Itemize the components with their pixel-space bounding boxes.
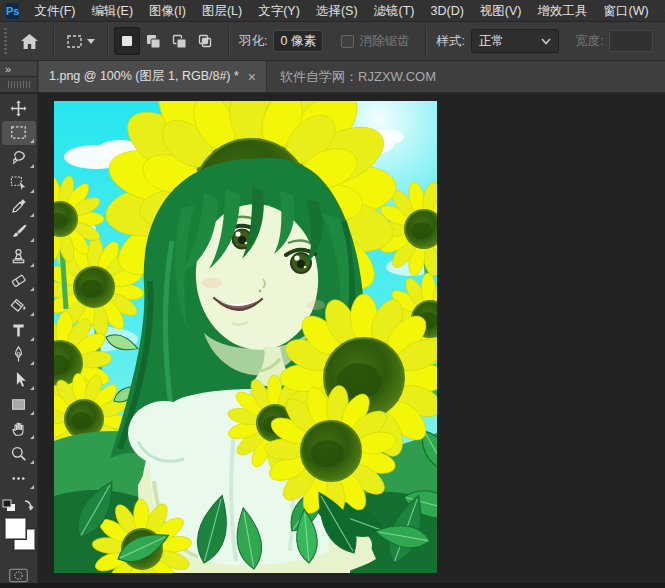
style-label: 样式: [436, 33, 464, 50]
add-to-selection-button[interactable] [140, 27, 166, 55]
type-tool[interactable] [2, 318, 36, 343]
menu-items: 文件(F)编辑(E)图像(I)图层(L)文字(Y)选择(S)滤镜(T)3D(D)… [26, 0, 665, 22]
menu-bar: Ps 文件(F)编辑(E)图像(I)图层(L)文字(Y)选择(S)滤镜(T)3D… [0, 0, 665, 22]
hand-tool[interactable] [2, 417, 36, 442]
panel-expand-button[interactable]: » [0, 61, 37, 77]
style-select[interactable]: 正常 [471, 29, 559, 53]
tool-preset-picker[interactable] [60, 26, 101, 56]
chevron-down-icon [87, 39, 95, 44]
pen-tool[interactable] [2, 343, 36, 368]
home-button[interactable] [12, 26, 47, 56]
tab-bar-caption: 软件自学网：RJZXW.COM [280, 61, 436, 92]
menu-item-window[interactable]: 窗口(W) [596, 0, 657, 22]
document-tab-title: 1.png @ 100% (图层 1, RGB/8#) * [49, 68, 239, 85]
feather-value: 0 像素 [280, 33, 315, 50]
double-chevron-icon: » [5, 63, 10, 75]
edit-toolbar[interactable] [2, 466, 36, 491]
menu-item-type[interactable]: 文字(Y) [250, 0, 308, 22]
antialias-checkbox[interactable] [341, 35, 354, 48]
canvas-document[interactable] [54, 101, 437, 573]
tools-panel [0, 94, 38, 588]
brush-tool[interactable] [2, 219, 36, 244]
options-bar-grip[interactable] [3, 28, 8, 54]
width-input [609, 30, 653, 52]
document-tab[interactable]: 1.png @ 100% (图层 1, RGB/8#) * × [39, 61, 267, 92]
puff-sleeve [128, 401, 200, 465]
width-label: 宽度: [575, 33, 603, 50]
menu-item-select[interactable]: 选择(S) [308, 0, 366, 22]
menu-item-plugins[interactable]: 增效工具 [530, 0, 596, 22]
main-area [0, 94, 665, 588]
lasso-tool[interactable] [2, 145, 36, 170]
move-tool[interactable] [2, 96, 36, 121]
menu-item-help[interactable]: 帮助(H) [657, 0, 665, 22]
canvas-artwork [54, 101, 437, 573]
home-icon [20, 33, 39, 50]
menu-item-layer[interactable]: 图层(L) [194, 0, 250, 22]
zoom-tool[interactable] [2, 441, 36, 466]
options-bar: 羽化: 0 像素 消除锯齿 样式: 正常 宽度: [0, 22, 665, 61]
intersect-selection-button[interactable] [192, 27, 218, 55]
default-colors-icon[interactable] [2, 499, 16, 512]
eraser-tool[interactable] [2, 269, 36, 294]
clone-stamp-tool[interactable] [2, 244, 36, 269]
close-icon[interactable]: × [248, 70, 256, 84]
new-selection-button[interactable] [114, 27, 140, 55]
menu-item-file[interactable]: 文件(F) [26, 0, 83, 22]
workspace [38, 94, 665, 588]
chevron-down-icon [541, 38, 551, 45]
rectangular-marquee-tool[interactable] [2, 121, 36, 146]
eyedropper-tool[interactable] [2, 195, 36, 220]
antialias-label: 消除锯齿 [359, 33, 409, 50]
separator [107, 26, 108, 56]
feather-input[interactable]: 0 像素 [273, 30, 323, 52]
color-swatches [3, 518, 35, 558]
separator [228, 26, 229, 56]
document-tab-bar: » 1.png @ 100% (图层 1, RGB/8#) * × 软件自学网：… [0, 61, 665, 93]
panel-grip[interactable] [0, 77, 37, 92]
feather-label: 羽化: [239, 33, 267, 50]
menu-item-edit[interactable]: 编辑(E) [83, 0, 141, 22]
object-selection-tool[interactable] [2, 170, 36, 195]
paint-bucket-tool[interactable] [2, 293, 36, 318]
menu-item-3d[interactable]: 3D(D) [423, 0, 472, 22]
photoshop-logo: Ps [6, 3, 19, 19]
separator [53, 26, 54, 56]
foreground-color-swatch[interactable] [5, 518, 26, 539]
swap-colors-icon[interactable] [20, 499, 35, 512]
style-value: 正常 [479, 33, 504, 50]
menu-item-view[interactable]: 视图(V) [472, 0, 530, 22]
menu-item-filter[interactable]: 滤镜(T) [366, 0, 423, 22]
path-selection-tool[interactable] [2, 367, 36, 392]
subtract-from-selection-button[interactable] [166, 27, 192, 55]
separator [425, 26, 426, 56]
rectangle-tool[interactable] [2, 392, 36, 417]
tools-panel-header: » [0, 61, 38, 92]
marquee-preset-icon [66, 33, 83, 50]
menu-item-image[interactable]: 图像(I) [141, 0, 194, 22]
window-bottom-edge [0, 583, 665, 588]
